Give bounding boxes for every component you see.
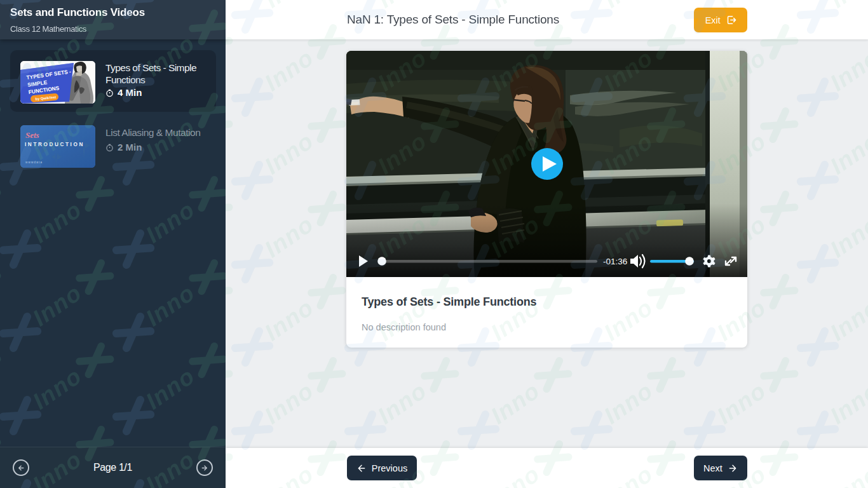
svg-text:Sets: Sets [25,130,39,140]
svg-text:w w w d a t a: w w w d a t a [25,161,43,164]
svg-text:INTRODUCTION: INTRODUCTION [25,142,85,147]
svg-text:-01:36: -01:36 [603,257,627,266]
